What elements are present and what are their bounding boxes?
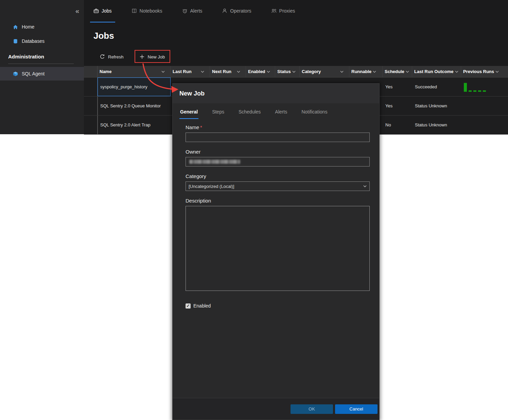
chevron-down-icon (340, 71, 344, 73)
schedule-cell: Yes (383, 103, 412, 108)
tab-jobs[interactable]: Jobs (90, 0, 115, 22)
new-job-label: New Job (148, 54, 165, 59)
chevron-down-icon (201, 71, 204, 73)
enabled-checkbox-row: ✓ Enabled (186, 303, 370, 309)
column-header-status[interactable]: Status (275, 66, 300, 77)
chevron-down-icon (373, 71, 376, 73)
chevron-down-icon (406, 71, 409, 73)
sidebar-item-label: Home (22, 24, 34, 30)
dialog-tab-steps[interactable]: Steps (211, 109, 225, 119)
database-icon (13, 39, 18, 44)
owner-input[interactable] (186, 157, 370, 167)
tab-label: Alerts (190, 8, 203, 14)
tab-operators[interactable]: Operators (218, 0, 255, 22)
column-label: Previous Runs (463, 69, 494, 74)
category-selected-value: [Uncategorized (Local)] (189, 184, 234, 189)
sidebar-item-databases[interactable]: Databases (0, 34, 84, 48)
column-label: Runnable (351, 69, 371, 74)
row-gutter (84, 97, 98, 115)
app-window: « Home Databases Administration SQL Agen… (0, 0, 508, 420)
dialog-tab-bar: General Steps Schedules Alerts Notificat… (173, 103, 379, 119)
row-gutter (84, 77, 98, 96)
dialog-tab-general[interactable]: General (179, 109, 198, 119)
chevron-down-icon (292, 71, 296, 73)
chevron-down-icon (161, 71, 165, 73)
enabled-checkbox[interactable]: ✓ (186, 303, 191, 309)
dialog-tab-alerts[interactable]: Alerts (274, 109, 288, 119)
job-name-cell[interactable]: SQL Sentry 2.0 Queue Monitor (98, 97, 171, 115)
column-label: Schedule (385, 69, 404, 74)
dialog-title: New Job (173, 84, 379, 103)
schedule-cell: Yes (383, 84, 412, 89)
last-run-outcome-cell: Status Unknown (412, 122, 461, 127)
sidebar: « Home Databases Administration SQL Agen… (0, 0, 84, 134)
jobs-toolbar: Refresh New Job (84, 50, 165, 64)
column-label: Last Run (173, 69, 192, 74)
column-header-name[interactable]: Name (98, 66, 171, 77)
row-gutter (84, 116, 98, 134)
category-select[interactable]: [Uncategorized (Local)] (186, 181, 370, 191)
column-label: Enabled (248, 69, 265, 74)
column-header-next-run[interactable]: Next Run (210, 66, 246, 77)
tab-label: Notebooks (140, 8, 162, 14)
column-label: Name (100, 69, 111, 74)
dialog-tab-notifications[interactable]: Notifications (301, 109, 328, 119)
column-header-category[interactable]: Category (300, 66, 349, 77)
tab-alerts[interactable]: Alerts (179, 0, 206, 22)
column-label: Last Run Outcome (414, 69, 454, 74)
tab-label: Jobs (102, 8, 112, 14)
sql-agent-icon (13, 71, 18, 76)
sidebar-item-label: SQL Agent (22, 71, 45, 76)
column-header-runnable[interactable]: Runnable (349, 66, 383, 77)
column-header-schedule[interactable]: Schedule (383, 66, 412, 77)
ok-button[interactable]: OK (291, 404, 333, 414)
refresh-label: Refresh (108, 54, 124, 59)
dialog-body: Name* Owner Category [Uncategorized (Loc… (173, 119, 379, 309)
chevron-down-icon (267, 71, 270, 73)
job-name-cell[interactable]: syspolicy_purge_history (98, 77, 171, 96)
table-header-gutter (84, 66, 98, 77)
previous-runs-sparkline (464, 120, 508, 130)
schedule-cell: No (383, 122, 412, 127)
new-job-dialog: New Job General Steps Schedules Alerts N… (172, 83, 380, 420)
sidebar-collapse-icon[interactable]: « (75, 7, 79, 14)
chevron-down-icon (237, 71, 240, 73)
tab-proxies[interactable]: Proxies (268, 0, 299, 22)
chevron-down-icon (455, 71, 458, 73)
cancel-button[interactable]: Cancel (335, 404, 378, 414)
people-icon (271, 8, 277, 14)
refresh-icon (100, 54, 105, 59)
alarm-icon (182, 8, 188, 14)
last-run-outcome-cell: Succeeded (412, 84, 461, 89)
dialog-footer: OK Cancel (173, 398, 379, 420)
last-run-outcome-cell: Status Unknown (412, 103, 461, 108)
job-name-input[interactable] (186, 133, 370, 142)
tab-notebooks[interactable]: Notebooks (128, 0, 166, 22)
top-tab-bar: Jobs Notebooks Alerts Operators (84, 0, 298, 22)
previous-runs-sparkline (464, 82, 508, 92)
owner-redacted-value (189, 160, 240, 164)
column-header-last-run-outcome[interactable]: Last Run Outcome (412, 66, 461, 77)
enabled-label: Enabled (193, 303, 211, 309)
refresh-button[interactable]: Refresh (100, 54, 124, 59)
tab-label: Proxies (279, 8, 295, 14)
job-name-cell[interactable]: SQL Sentry 2.0 Alert Trap (98, 116, 171, 134)
owner-label: Owner (186, 149, 370, 155)
column-label: Status (277, 69, 291, 74)
sidebar-item-home[interactable]: Home (0, 20, 84, 34)
name-label-text: Name (186, 124, 199, 130)
dialog-tab-schedules[interactable]: Schedules (238, 109, 261, 119)
previous-runs-sparkline (464, 101, 508, 111)
column-header-previous-runs[interactable]: Previous Runs (461, 66, 508, 77)
sidebar-section-administration: Administration (8, 54, 74, 64)
tab-label: Operators (230, 8, 251, 14)
sidebar-item-sql-agent[interactable]: SQL Agent (0, 67, 84, 81)
sidebar-item-label: Databases (22, 38, 45, 44)
column-header-enabled[interactable]: Enabled (246, 66, 275, 77)
chevron-down-icon (363, 185, 367, 187)
column-header-last-run[interactable]: Last Run (171, 66, 210, 77)
required-marker: * (200, 124, 202, 130)
briefcase-icon (93, 8, 99, 14)
new-job-button[interactable]: New Job (139, 54, 165, 59)
description-textarea[interactable] (186, 206, 370, 291)
